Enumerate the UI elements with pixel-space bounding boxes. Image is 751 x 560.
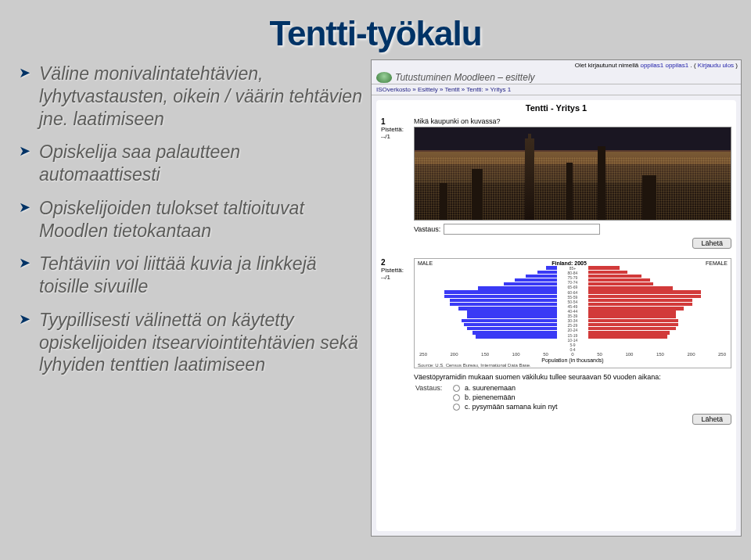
q1-answer-input[interactable] — [444, 224, 600, 235]
q2-option-a[interactable]: Vastaus: a. suurenemaan — [415, 384, 731, 392]
q1-sidebar: 1 Pistettä: --/1 — [381, 117, 409, 253]
pyramid-title: Finland: 2005 — [552, 260, 587, 266]
embedded-screenshot: Olet kirjautunut nimellä oppilas1 oppila… — [371, 59, 742, 537]
quiz-body: Tentti - Yritys 1 1 Pistettä: --/1 Mikä … — [376, 100, 736, 531]
login-status: Olet kirjautunut nimellä oppilas1 oppila… — [372, 60, 741, 70]
bullet-item: Opiskelija saa palautteen automaattisest… — [19, 141, 363, 186]
slide: Tentti-työkalu Väline monivalintatehtävi… — [0, 0, 751, 560]
pyramid-x-axis: 25020015010050050100150200250 — [416, 352, 729, 357]
quiz-title: Tentti - Yritys 1 — [381, 103, 731, 113]
slide-title: Tentti-työkalu — [0, 14, 751, 53]
bullet-item: Tehtäviin voi liittää kuvia ja linkkejä … — [19, 253, 363, 298]
q2-number: 2 — [381, 258, 409, 267]
q2-send-button[interactable]: Lähetä — [692, 414, 731, 425]
radio-icon[interactable] — [453, 394, 460, 401]
pyramid-bars: 85+80-8475-7970-7465-6960-6455-5950-5445… — [416, 266, 729, 352]
site-logo-icon — [376, 72, 392, 83]
breadcrumb[interactable]: ISOverkosto » Esittely » Tentit » Tentti… — [372, 84, 741, 95]
pyramid-male-label: MALE — [418, 260, 433, 266]
q1-text: Mikä kaupunki on kuvassa? — [414, 117, 731, 125]
radio-icon[interactable] — [453, 404, 460, 411]
q2-option-b[interactable]: b. pienenemään — [415, 393, 731, 401]
q2-content: MALE Finland: 2005 FEMALE 85+80-8475-797… — [414, 258, 731, 425]
q2-text: Väestöpyramidin mukaan suomen väkiluku t… — [414, 373, 731, 381]
opt-a-text: a. suurenemaan — [465, 384, 516, 392]
user-link[interactable]: oppilas1 oppilas1 — [640, 62, 688, 69]
q1-content: Mikä kaupunki on kuvassa? Vastaus: Lähet… — [414, 117, 731, 253]
q2-options: Vastaus: a. suurenemaan b. pienenemään — [414, 384, 731, 411]
q2-option-c[interactable]: c. pysymään samana kuin nyt — [415, 403, 731, 411]
login-pre: Olet kirjautunut nimellä — [575, 62, 641, 69]
bullet-item: Väline monivalintatehtävien, lyhytvastau… — [19, 63, 363, 130]
q1-points: Pistettä: --/1 — [381, 126, 409, 140]
question-2: 2 Pistettä: --/1 MALE Finland: 2005 FEMA… — [381, 258, 731, 425]
population-pyramid-chart: MALE Finland: 2005 FEMALE 85+80-8475-797… — [414, 258, 731, 368]
q1-send-button[interactable]: Lähetä — [692, 238, 731, 249]
q2-points: Pistettä: --/1 — [381, 267, 409, 281]
q1-answer-row: Vastaus: — [414, 224, 731, 235]
content-row: Väline monivalintatehtävien, lyhytvastau… — [0, 59, 751, 560]
question-1: 1 Pistettä: --/1 Mikä kaupunki on kuvass… — [381, 117, 731, 253]
bullet-list: Väline monivalintatehtävien, lyhytvastau… — [19, 59, 363, 537]
bullet-item: Tyypillisesti välinettä on käytetty opis… — [19, 309, 363, 376]
city-image — [414, 127, 731, 221]
answer-label: Vastaus: — [415, 384, 448, 392]
pyramid-x-label: Population (in thousands) — [416, 357, 729, 363]
radio-icon[interactable] — [453, 385, 460, 392]
pyramid-female-label: FEMALE — [706, 260, 728, 266]
course-header: Tutustuminen Moodleen – esittely — [372, 70, 741, 84]
answer-label: Vastaus: — [414, 225, 440, 233]
logout-link[interactable]: Kirjaudu ulos — [698, 62, 734, 69]
opt-b-text: b. pienenemään — [465, 393, 516, 401]
q1-number: 1 — [381, 117, 409, 126]
login-post: . ( — [691, 62, 696, 69]
login-close: ) — [735, 62, 738, 69]
course-title: Tutustuminen Moodleen – esittely — [395, 72, 535, 83]
pyramid-source: Source: U.S. Census Bureau, Internationa… — [416, 363, 729, 368]
q2-sidebar: 2 Pistettä: --/1 — [381, 258, 409, 425]
opt-c-text: c. pysymään samana kuin nyt — [465, 403, 558, 411]
bullet-item: Opiskelijoiden tulokset taltioituvat Moo… — [19, 197, 363, 242]
